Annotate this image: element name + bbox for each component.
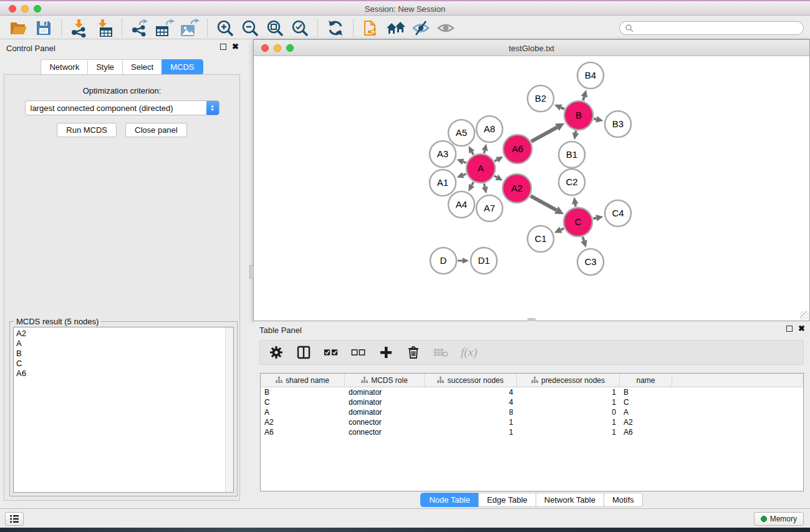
graph-node-A5[interactable]: A5 — [448, 120, 475, 146]
graph-node-A2[interactable]: A2 — [503, 174, 531, 203]
float-panel-icon[interactable] — [220, 44, 226, 50]
mcds-result-item[interactable]: A — [16, 339, 231, 349]
tab-mcds[interactable]: MCDS — [162, 59, 203, 75]
graph-node-B3[interactable]: B3 — [605, 111, 631, 137]
table-row[interactable]: Adominator80A — [261, 407, 803, 417]
run-mcds-button[interactable]: Run MCDS — [57, 123, 117, 137]
save-session-icon[interactable] — [31, 18, 56, 38]
window-resize-grip[interactable] — [800, 311, 809, 320]
graph-edge-A-A4[interactable] — [468, 182, 475, 191]
graph-edge-B-B2[interactable] — [554, 104, 564, 110]
graph-edge-C-C2[interactable] — [572, 197, 579, 207]
export-network-icon[interactable] — [127, 18, 152, 38]
select-all-columns-icon[interactable] — [324, 345, 339, 360]
graph-node-A6[interactable]: A6 — [503, 135, 532, 163]
zoom-fit-icon[interactable] — [263, 18, 287, 38]
mcds-result-list[interactable]: A2ABCA6 — [13, 327, 234, 493]
close-panel-icon[interactable]: ✖ — [232, 44, 239, 50]
close-table-panel-icon[interactable]: ✖ — [798, 326, 805, 332]
graph-edge-B-B3[interactable] — [594, 116, 603, 123]
zoom-selected-icon[interactable] — [287, 18, 312, 38]
graph-node-C4[interactable]: C4 — [605, 200, 631, 226]
new-network-from-file-icon[interactable] — [359, 18, 383, 38]
search-input[interactable] — [619, 21, 804, 35]
column-header-shared-name[interactable]: shared name — [261, 374, 345, 387]
create-column-plus-icon[interactable] — [378, 345, 393, 360]
table-row[interactable]: Bdominator41B — [261, 387, 803, 397]
graph-edge-A-A6[interactable] — [494, 157, 503, 163]
unselect-all-columns-icon[interactable] — [351, 345, 366, 360]
graph-node-C3[interactable]: C3 — [577, 249, 604, 275]
table-settings-gear-icon[interactable] — [269, 345, 284, 360]
graph-node-A3[interactable]: A3 — [430, 141, 456, 167]
delete-column-trash-icon[interactable] — [406, 345, 421, 360]
graph-edge-A2-C[interactable] — [531, 196, 564, 214]
graph-node-C[interactable]: C — [564, 208, 592, 236]
graph-node-B1[interactable]: B1 — [559, 142, 585, 168]
graph-edge-A-A3[interactable] — [456, 159, 466, 165]
refresh-icon[interactable] — [323, 18, 348, 38]
mcds-list-scrollbar[interactable] — [225, 327, 233, 492]
tab-node-table[interactable]: Node Table — [420, 493, 478, 507]
table-row[interactable]: Cdominator41C — [261, 397, 803, 407]
graph-node-C1[interactable]: C1 — [528, 226, 554, 252]
tab-select[interactable]: Select — [122, 59, 162, 75]
column-header-name[interactable]: name — [620, 374, 672, 387]
graph-node-D[interactable]: D — [430, 248, 456, 274]
graph-edge-D-D1[interactable] — [458, 258, 469, 264]
mcds-result-item[interactable]: C — [16, 359, 231, 369]
graph-edge-B-B1[interactable] — [572, 131, 579, 140]
graph-node-B[interactable]: B — [564, 101, 593, 130]
graph-edge-A-A1[interactable] — [456, 172, 466, 178]
import-network-icon[interactable] — [67, 18, 92, 38]
table-row[interactable]: A2connector11A2 — [261, 417, 803, 427]
mcds-result-item[interactable]: A2 — [16, 329, 231, 339]
float-table-panel-icon[interactable] — [786, 326, 793, 332]
task-history-button[interactable] — [5, 512, 24, 526]
graph-edge-A-A2[interactable] — [494, 175, 503, 181]
network-canvas[interactable]: B4B2BB3A8A5A6A3B1AA1C2A2A4A7C4CC1C3DD1 — [254, 56, 809, 321]
open-file-icon[interactable] — [6, 18, 31, 38]
graph-node-B4[interactable]: B4 — [577, 62, 604, 89]
column-header-predecessor-nodes[interactable]: predecessor nodes — [517, 374, 620, 387]
tab-network-table[interactable]: Network Table — [536, 493, 604, 507]
graph-node-C2[interactable]: C2 — [559, 169, 585, 195]
graph-node-A8[interactable]: A8 — [476, 116, 503, 142]
column-header-MCDS-role[interactable]: MCDS role — [345, 374, 425, 387]
mcds-result-item[interactable]: A6 — [16, 369, 231, 379]
graph-node-D1[interactable]: D1 — [471, 248, 497, 274]
tab-edge-table[interactable]: Edge Table — [478, 493, 536, 507]
first-neighbors-icon[interactable] — [383, 18, 408, 38]
show-columns-icon[interactable] — [296, 345, 311, 360]
graph-node-A4[interactable]: A4 — [448, 191, 475, 218]
import-table-icon[interactable] — [92, 18, 117, 38]
graph-edge-A-A8[interactable] — [481, 143, 488, 153]
graph-edge-C-C1[interactable] — [554, 227, 564, 233]
tab-network[interactable]: Network — [41, 59, 87, 75]
mcds-result-item[interactable]: B — [16, 349, 231, 359]
graph-edge-C-C4[interactable] — [593, 215, 603, 221]
export-image-icon[interactable] — [177, 18, 202, 38]
close-panel-button[interactable]: Close panel — [125, 123, 187, 137]
tab-motifs[interactable]: Motifs — [604, 493, 643, 507]
hide-selected-icon[interactable] — [408, 18, 433, 38]
zoom-out-icon[interactable] — [238, 18, 263, 38]
graph-edge-C-C3[interactable] — [581, 237, 587, 248]
graph-node-A7[interactable]: A7 — [476, 195, 503, 221]
zoom-in-icon[interactable] — [213, 18, 238, 38]
memory-button[interactable]: Memory — [754, 512, 804, 526]
graph-node-A[interactable]: A — [466, 154, 495, 183]
graph-edge-A6-B[interactable] — [531, 123, 564, 142]
graph-edge-B-B4[interactable] — [581, 90, 587, 100]
tab-style[interactable]: Style — [87, 59, 122, 75]
column-header-successor-nodes[interactable]: successor nodes — [425, 374, 517, 387]
graph-edge-A-A5[interactable] — [468, 146, 475, 155]
graph-node-B2[interactable]: B2 — [528, 85, 554, 112]
optimization-criterion-select[interactable]: largest connected component (directed) ▲… — [25, 100, 219, 115]
network-window-titlebar[interactable]: testGlobe.txt — [254, 40, 809, 56]
table-row[interactable]: A6connector11A6 — [261, 427, 803, 437]
export-table-icon[interactable] — [152, 18, 177, 38]
split-pane-handle[interactable] — [249, 265, 254, 279]
graph-node-A1[interactable]: A1 — [430, 170, 456, 196]
graph-edge-A-A7[interactable] — [482, 183, 488, 193]
